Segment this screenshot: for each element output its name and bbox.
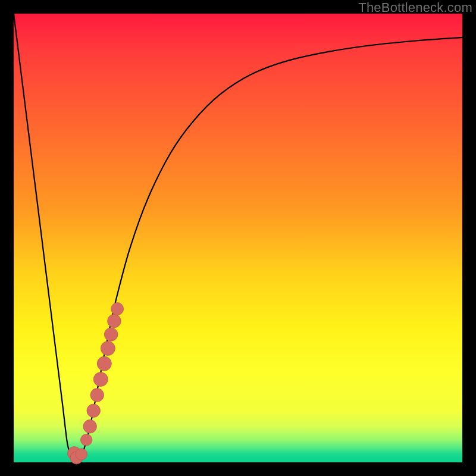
plot-area (14, 14, 462, 462)
data-points (67, 303, 123, 464)
data-point (108, 314, 121, 328)
watermark-text: TheBottleneck.com (358, 0, 472, 15)
data-point (80, 434, 92, 446)
chart-frame: TheBottleneck.com (0, 0, 476, 476)
data-point (97, 356, 111, 371)
data-point (76, 449, 87, 461)
data-point (101, 341, 115, 355)
data-point (93, 372, 108, 386)
bottleneck-curve (14, 14, 462, 461)
data-point (83, 419, 97, 433)
data-point (104, 328, 118, 342)
data-point (87, 404, 101, 418)
data-point (90, 389, 104, 402)
data-point (111, 303, 124, 315)
chart-svg (14, 14, 462, 462)
